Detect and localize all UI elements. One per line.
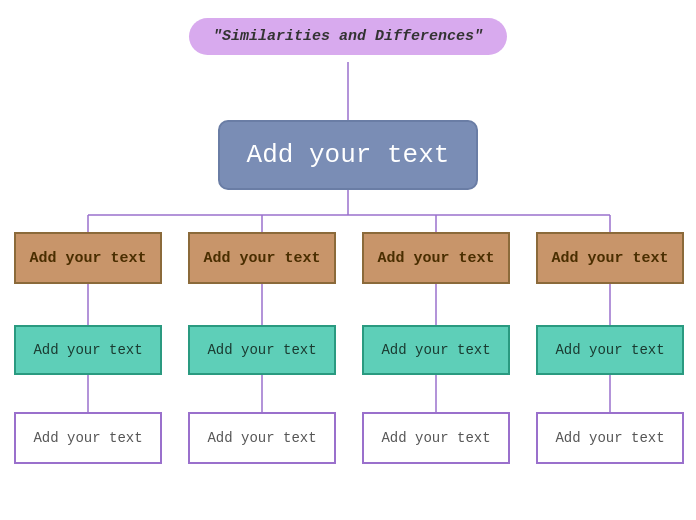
level3-node-3-label: Add your text — [381, 342, 490, 358]
level3-node-3[interactable]: Add your text — [362, 325, 510, 375]
level4-node-4-label: Add your text — [555, 430, 664, 446]
level2-node-2-label: Add your text — [203, 250, 320, 267]
level2-node-2[interactable]: Add your text — [188, 232, 336, 284]
level4-node-3-label: Add your text — [381, 430, 490, 446]
level4-node-3[interactable]: Add your text — [362, 412, 510, 464]
level2-node-4-label: Add your text — [551, 250, 668, 267]
level2-node-1[interactable]: Add your text — [14, 232, 162, 284]
level2-node-3-label: Add your text — [377, 250, 494, 267]
level3-node-4[interactable]: Add your text — [536, 325, 684, 375]
level4-node-1-label: Add your text — [33, 430, 142, 446]
level2-node-4[interactable]: Add your text — [536, 232, 684, 284]
level4-node-2-label: Add your text — [207, 430, 316, 446]
level3-node-2[interactable]: Add your text — [188, 325, 336, 375]
level4-node-4[interactable]: Add your text — [536, 412, 684, 464]
diagram: "Similarities and Differences" Add your … — [0, 0, 696, 520]
level3-node-4-label: Add your text — [555, 342, 664, 358]
level2-node-1-label: Add your text — [29, 250, 146, 267]
level4-node-1[interactable]: Add your text — [14, 412, 162, 464]
level3-node-1[interactable]: Add your text — [14, 325, 162, 375]
level3-node-1-label: Add your text — [33, 342, 142, 358]
level3-node-2-label: Add your text — [207, 342, 316, 358]
level2-node-3[interactable]: Add your text — [362, 232, 510, 284]
level4-node-2[interactable]: Add your text — [188, 412, 336, 464]
